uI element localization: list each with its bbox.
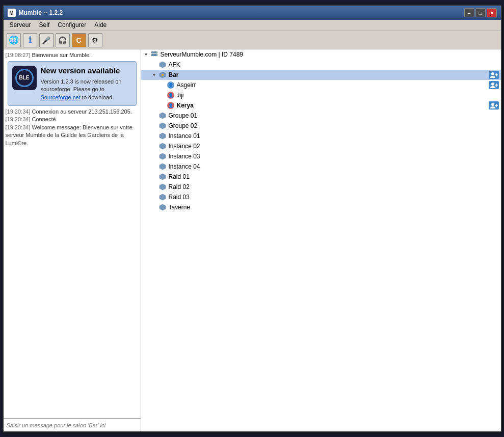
menu-aide[interactable]: Aide (90, 21, 111, 30)
channel-raid03[interactable]: Raid 03 (141, 192, 501, 202)
expand-afk-icon (151, 62, 157, 68)
sourceforge-link[interactable]: Sourceforge.net (41, 94, 81, 100)
user-jiji[interactable]: 👤 Jiji (141, 90, 501, 100)
server-label: ServeurMumble.com | ID 7489 (161, 51, 499, 58)
menu-serveur[interactable]: Serveur (6, 21, 35, 30)
jiji-label: Jiji (177, 92, 499, 99)
groupe02-label: Groupe 02 (169, 122, 499, 129)
svg-point-6 (162, 74, 164, 76)
config-button[interactable]: ⚙ (88, 33, 102, 47)
channel-instance03[interactable]: Instance 03 (141, 151, 501, 161)
channel-groupe01[interactable]: Groupe 01 (141, 111, 501, 121)
mic-button[interactable]: 🎤 (39, 33, 54, 47)
kerya-action-button[interactable] (489, 101, 499, 110)
chat-input[interactable] (7, 422, 138, 428)
toolbar: 🌐 ℹ 🎤 🎧 C ⚙ (4, 31, 501, 49)
svg-marker-18 (160, 133, 166, 139)
timestamp-2: [19:20:34] (6, 108, 31, 115)
bar-channel-icon (158, 71, 167, 79)
notif-logo-inner: BLE (15, 69, 34, 87)
asgeirr-label: Asgeirr (177, 81, 499, 89)
channel-instance02[interactable]: Instance 02 (141, 141, 501, 151)
expand-bar-icon: ▼ (151, 72, 157, 78)
channel-instance01[interactable]: Instance 01 (141, 131, 501, 141)
text-button[interactable]: C (72, 33, 86, 47)
instance04-label: Instance 04 (169, 163, 499, 170)
channel-groupe02[interactable]: Groupe 02 (141, 121, 501, 131)
info-icon: ℹ (29, 35, 32, 45)
taverne-label: Taverne (169, 204, 499, 211)
server-root[interactable]: ▼ ServeurMumble.com | ID 7489 (141, 49, 501, 60)
text-icon: C (76, 36, 81, 44)
channel-raid01[interactable]: Raid 01 (141, 172, 501, 182)
headset-button[interactable]: 🎧 (56, 33, 70, 47)
taverne-channel-icon (158, 203, 167, 211)
svg-marker-16 (160, 113, 166, 119)
menu-configurer[interactable]: Configurer (54, 21, 90, 30)
window-title: Mumble -- 1.2.2 (19, 9, 63, 16)
channel-raid02[interactable]: Raid 02 (141, 182, 501, 192)
svg-marker-19 (160, 143, 166, 149)
notif-text: New version available Version 1.2.3 is n… (41, 66, 132, 101)
maximize-button[interactable]: □ (475, 8, 486, 17)
svg-marker-22 (160, 174, 166, 180)
raid01-label: Raid 01 (169, 173, 499, 180)
bar-action-button[interactable] (489, 71, 499, 79)
jiji-user-icon: 👤 (167, 91, 175, 99)
config-icon: ⚙ (92, 36, 98, 44)
groupe01-channel-icon (158, 112, 167, 120)
expand-jiji-icon (160, 92, 166, 98)
chat-message-3: [19:20:34] Connecté. (6, 116, 139, 123)
headset-icon: 🎧 (58, 36, 67, 44)
channel-instance04[interactable]: Instance 04 (141, 161, 501, 172)
right-panel: ▼ ServeurMumble.com | ID 7489 (141, 49, 501, 431)
instance02-channel-icon (158, 142, 167, 150)
raid02-label: Raid 02 (169, 183, 499, 190)
instance01-label: Instance 01 (169, 132, 499, 140)
asgeirr-user-icon: 👤 (167, 81, 175, 89)
instance03-label: Instance 03 (169, 153, 499, 160)
svg-marker-25 (160, 204, 166, 210)
menubar: Serveur Self Configurer Aide (4, 20, 501, 31)
close-button[interactable]: ✕ (487, 8, 497, 17)
connect-button[interactable]: 🌐 (7, 33, 21, 47)
instance04-channel-icon (158, 162, 167, 171)
chat-log: [19:08:27] Bienvenue sur Mumble. BLE New… (4, 49, 141, 418)
left-panel: [19:08:27] Bienvenue sur Mumble. BLE New… (4, 49, 141, 431)
channel-taverne[interactable]: Taverne (141, 202, 501, 212)
notif-title: New version available (41, 66, 132, 76)
svg-marker-24 (160, 194, 166, 200)
msg-3: Connecté. (32, 116, 58, 122)
notif-logo: BLE (12, 66, 37, 90)
logo-text: BLE (19, 74, 30, 81)
instance02-label: Instance 02 (169, 143, 499, 150)
expand-raid03-icon (151, 194, 157, 200)
chat-message-2: [19:20:34] Connexion au serveur 213.251.… (6, 108, 139, 116)
expand-instance02-icon (151, 143, 157, 149)
timestamp-4: [19:20:34] (6, 124, 31, 130)
info-button[interactable]: ℹ (23, 33, 37, 47)
expand-groupe02-icon (151, 123, 157, 129)
main-window: M Mumble -- 1.2.2 – □ ✕ Serveur Self Con… (3, 5, 502, 432)
raid03-channel-icon (158, 193, 167, 201)
raid02-channel-icon (158, 183, 167, 191)
channel-afk[interactable]: AFK (141, 60, 501, 70)
user-kerya[interactable]: 👤 Kerya (141, 100, 501, 111)
svg-point-7 (491, 72, 494, 75)
expand-instance01-icon (151, 133, 157, 139)
minimize-button[interactable]: – (464, 8, 474, 17)
notif-body-before: Version 1.2.3 is now released on sourcef… (41, 78, 122, 92)
channel-bar[interactable]: ▼ Bar (141, 70, 501, 80)
user-asgeirr[interactable]: 👤 Asgeirr (141, 80, 501, 90)
svg-marker-17 (160, 123, 166, 129)
expand-taverne-icon (151, 204, 157, 210)
main-content: [19:08:27] Bienvenue sur Mumble. BLE New… (4, 49, 501, 431)
expand-groupe01-icon (151, 113, 157, 119)
microphone-icon: 🎤 (42, 36, 50, 44)
notif-body-after: to download. (81, 94, 114, 100)
asgeirr-action-button[interactable] (489, 81, 499, 89)
titlebar-controls: – □ ✕ (464, 8, 497, 17)
menu-self[interactable]: Self (35, 21, 54, 30)
app-icon: M (8, 9, 16, 17)
expand-kerya-icon (160, 102, 166, 108)
